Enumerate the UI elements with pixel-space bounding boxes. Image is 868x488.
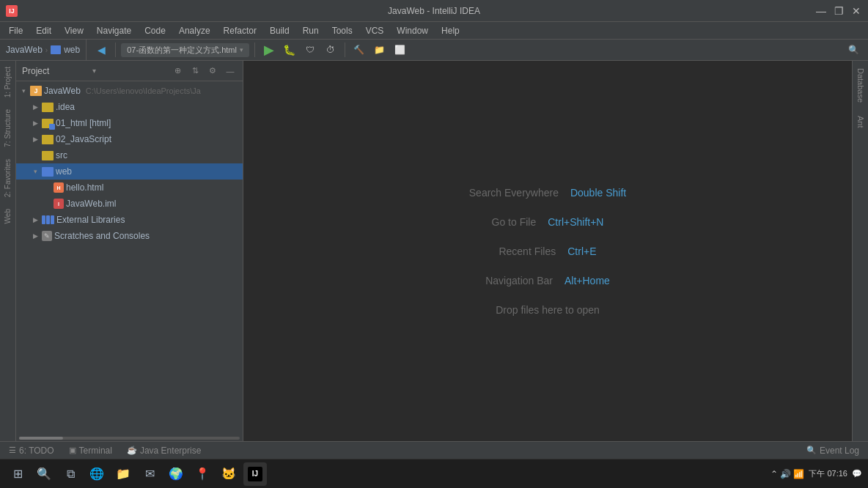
hint-recent: Recent Files Ctrl+E [499,245,596,257]
menu-analyze[interactable]: Analyze [173,24,216,37]
project-scrollbar[interactable] [16,435,243,441]
menu-help[interactable]: Help [435,24,466,37]
windows-taskbar: ⊞ 🔍 ⧉ 🌐 📁 ✉ 🌍 📍 🐱 IJ ⌃ 🔊 📶 下午 07:16 💬 [0,459,868,488]
menu-bar: File Edit View Navigate Code Analyze Ref… [0,22,868,40]
menu-view[interactable]: View [59,24,89,37]
run-config-dropdown-icon: ▾ [240,46,243,53]
intellij-btn[interactable]: IJ [243,462,267,486]
tree-icon-root: J [30,86,42,96]
debug-button[interactable]: 🐛 [281,41,298,59]
panel-database[interactable]: Database [855,64,867,107]
taskbar-notification: 💬 [852,469,862,478]
tree-item-iml[interactable]: I JavaWeb.iml [16,196,243,212]
profile-button[interactable]: ⏱ [322,41,339,59]
menu-vcs[interactable]: VCS [360,24,390,37]
tree-item-src[interactable]: src [16,147,243,163]
edge-btn[interactable]: 🌐 [85,462,108,486]
toolbar-more-1[interactable]: 📁 [371,41,389,59]
editor-area: Search Everywhere Double Shift Go to Fil… [243,61,852,441]
tree-label-ext-libs: External Libraries [56,215,125,225]
menu-navigate[interactable]: Navigate [91,24,137,37]
project-sort-btn[interactable]: ⇅ [188,64,202,78]
tab-terminal[interactable]: ▣ Terminal [66,444,115,457]
project-settings-btn[interactable]: ⚙ [206,64,219,78]
explorer-btn[interactable]: 📁 [111,462,135,486]
browser-btn[interactable]: 🌍 [164,462,188,486]
tree-item-ext-libs[interactable]: ▶ External Libraries [16,212,243,228]
app1-btn[interactable]: 🐱 [217,462,240,486]
project-title-dropdown[interactable]: ▾ [92,67,96,75]
panel-favorites[interactable]: 2: Favorites [1,153,14,203]
tab-event-log-label: Event Log [820,446,859,456]
run-button[interactable]: ▶ [260,41,278,59]
tree-item-scratches[interactable]: ▶ ✎ Scratches and Consoles [16,228,243,244]
maximize-button[interactable]: ❐ [833,5,845,17]
tree-icon-web [42,167,54,177]
tree-icon-ext-libs [42,215,54,224]
web-folder-icon [51,45,61,54]
menu-window[interactable]: Window [391,24,434,37]
menu-build[interactable]: Build [264,24,295,37]
menu-run[interactable]: Run [297,24,325,37]
toolbar-sep-2 [254,42,255,57]
minimize-button[interactable]: — [815,5,827,17]
tree-label-src: src [56,150,67,160]
bottom-right: 🔍 Event Log [803,444,862,457]
breadcrumb-item-javaWeb[interactable]: JavaWeb [6,45,43,55]
tab-java-enterprise[interactable]: ☕ Java Enterprise [124,444,204,457]
breadcrumb-item-web[interactable]: web [64,45,80,55]
tree-label-web: web [56,166,72,177]
build-button[interactable]: 🔨 [350,41,368,59]
coverage-button[interactable]: 🛡 [301,41,319,59]
hint-navbar-label: Navigation Bar [485,275,553,286]
app-icon: IJ [6,5,18,17]
project-add-btn[interactable]: ⊕ [171,64,184,78]
menu-edit[interactable]: Edit [30,24,57,37]
mail-btn[interactable]: ✉ [138,462,161,486]
menu-file[interactable]: File [3,24,29,37]
tree-root[interactable]: ▾ J JavaWeb C:\Users\lenovo\IdeaProjects… [16,83,243,99]
tree-icon-01html [42,119,54,128]
tree-arrow-ext-libs: ▶ [31,215,40,224]
panel-web[interactable]: Web [1,203,14,229]
breadcrumb: JavaWeb › web [0,40,87,60]
scrollbar-track [19,437,240,440]
tree-item-hello[interactable]: H hello.html [16,180,243,196]
tree-icon-scratches: ✎ [42,231,52,241]
tree-item-web[interactable]: ▾ web [16,163,243,180]
tree-item-01html[interactable]: ▶ 01_html [html] [16,115,243,131]
menu-tools[interactable]: Tools [326,24,358,37]
tree-label-iml: JavaWeb.iml [66,199,116,209]
panel-structure[interactable]: 7: Structure [1,103,14,153]
panel-ant[interactable]: Ant [855,111,867,133]
tree-path-root: C:\Users\lenovo\IdeaProjects\Ja [86,86,201,95]
maps-btn[interactable]: 📍 [191,462,214,486]
tree-label-idea: .idea [56,102,75,112]
tab-event-log[interactable]: 🔍 Event Log [803,444,862,457]
menu-code[interactable]: Code [139,24,172,37]
search-everywhere-btn[interactable]: 🔍 [845,41,862,59]
tree-item-02js[interactable]: ▶ 02_JavaScript [16,131,243,147]
close-button[interactable]: ✕ [850,5,862,17]
toolbar-sep-3 [345,42,345,57]
start-button[interactable]: ⊞ [6,462,29,486]
tree-arrow-02js: ▶ [31,135,40,144]
toolbar-more-2[interactable]: ⬜ [391,41,409,59]
tree-arrow-scratches: ▶ [31,232,40,240]
menu-refactor[interactable]: Refactor [218,24,262,37]
taskview-btn[interactable]: ⧉ [59,462,82,486]
back-button[interactable]: ◀ [92,41,110,59]
run-config-selector[interactable]: 07-函数的第一种定义方式.html ▾ [121,43,249,57]
tree-arrow-root: ▾ [19,86,28,95]
content: 1: Project 7: Structure 2: Favorites Web… [0,61,868,441]
taskbar-right: ⌃ 🔊 📶 下午 07:16 💬 [770,468,862,479]
title-bar-controls: — ❐ ✕ [815,5,862,17]
tree-item-idea[interactable]: ▶ .idea [16,99,243,115]
project-panel-title: Project [22,66,88,76]
search-taskbar-btn[interactable]: 🔍 [32,462,56,486]
event-log-icon: 🔍 [806,446,817,455]
tab-todo[interactable]: ☰ 6: TODO [6,444,57,457]
panel-project[interactable]: 1: Project [1,61,14,103]
project-close-btn[interactable]: — [224,64,237,78]
hint-goto-shortcut: Ctrl+Shift+N [548,216,603,228]
